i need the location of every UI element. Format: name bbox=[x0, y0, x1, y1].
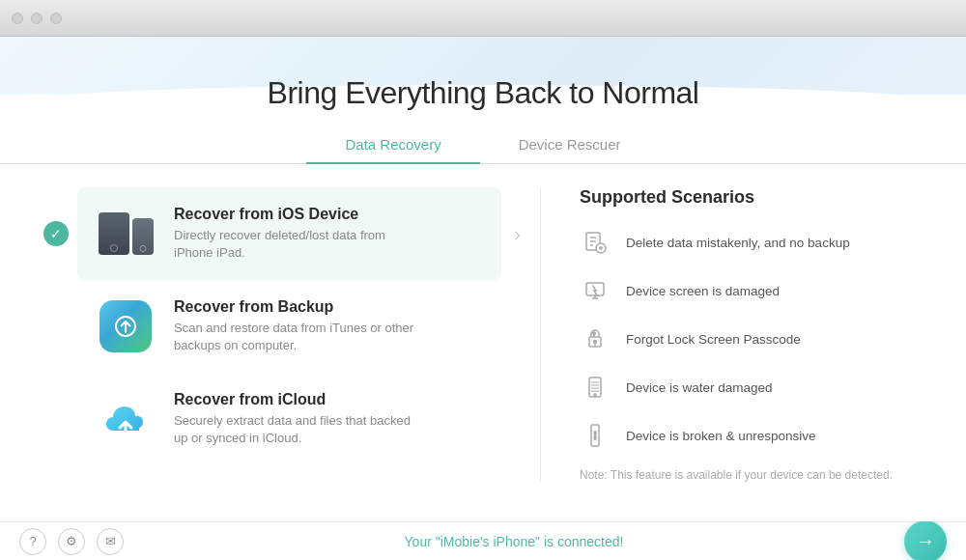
page-title: Bring Everything Back to Normal bbox=[0, 75, 966, 111]
maximize-button[interactable] bbox=[50, 13, 62, 24]
tab-data-recovery[interactable]: Data Recovery bbox=[306, 126, 479, 164]
help-button[interactable]: ? bbox=[19, 528, 46, 555]
recovery-option-icloud[interactable]: Recover from iCloud Securely extract dat… bbox=[77, 373, 501, 465]
mail-button[interactable]: ✉ bbox=[97, 528, 124, 555]
bottom-bar: ? ⚙ ✉ Your "iMobie's iPhone" is connecte… bbox=[0, 521, 966, 560]
backup-title: Recover from Backup bbox=[174, 298, 415, 316]
scenario-item-water: Device is water damaged bbox=[580, 372, 927, 403]
right-panel: Supported Scenarios Delete data mistaken… bbox=[580, 187, 927, 482]
next-button[interactable]: → bbox=[904, 520, 947, 561]
next-arrow-icon: → bbox=[916, 530, 935, 552]
water-scenario-icon bbox=[580, 372, 611, 403]
close-button[interactable] bbox=[12, 13, 23, 24]
recovery-option-ios[interactable]: ✓ Recover from iOS Device Directly recov… bbox=[77, 187, 501, 280]
ios-device-title: Recover from iOS Device bbox=[174, 206, 415, 223]
svg-point-21 bbox=[594, 394, 596, 396]
tab-device-rescuer[interactable]: Device Rescuer bbox=[480, 126, 660, 164]
backup-desc: Scan and restore data from iTunes or oth… bbox=[174, 320, 415, 354]
scenario-item-passcode: ? Forgot Lock Screen Passcode bbox=[580, 323, 927, 354]
broken-scenario-icon: ! bbox=[580, 420, 611, 451]
ios-chevron-icon: › bbox=[514, 223, 521, 245]
delete-scenario-icon bbox=[580, 227, 611, 258]
scenario-item-broken: ! Device is broken & unresponsive bbox=[580, 420, 927, 451]
minimize-button[interactable] bbox=[31, 13, 43, 24]
help-icon: ? bbox=[29, 534, 36, 548]
tab-bar: Data Recovery Device Rescuer bbox=[0, 126, 966, 164]
scenarios-title: Supported Scenarios bbox=[580, 187, 927, 208]
mail-icon: ✉ bbox=[105, 534, 116, 548]
icloud-title: Recover from iCloud bbox=[174, 391, 415, 408]
passcode-scenario-text: Forgot Lock Screen Passcode bbox=[626, 332, 801, 347]
broken-scenario-text: Device is broken & unresponsive bbox=[626, 429, 816, 443]
bottom-left-icons: ? ⚙ ✉ bbox=[19, 528, 124, 555]
ios-device-text: Recover from iOS Device Directly recover… bbox=[174, 206, 415, 262]
scenario-item-delete: Delete data mistakenly, and no backup bbox=[580, 227, 927, 258]
header: Bring Everything Back to Normal bbox=[0, 37, 966, 126]
icloud-text: Recover from iCloud Securely extract dat… bbox=[174, 391, 415, 447]
settings-icon: ⚙ bbox=[66, 534, 77, 548]
scenario-item-screen: Device screen is damaged bbox=[580, 275, 927, 306]
connected-status: Your "iMobie's iPhone" is connected! bbox=[405, 534, 624, 549]
scenarios-note: Note: This feature is available if your … bbox=[580, 468, 927, 482]
icloud-icon bbox=[97, 390, 155, 448]
water-scenario-text: Device is water damaged bbox=[626, 380, 773, 395]
svg-text:!: ! bbox=[593, 430, 597, 441]
icloud-desc: Securely extract data and files that bac… bbox=[174, 412, 415, 447]
title-bar bbox=[0, 0, 966, 37]
delete-scenario-text: Delete data mistakenly, and no backup bbox=[626, 236, 850, 250]
selected-check-icon: ✓ bbox=[43, 221, 69, 246]
content-area: ✓ Recover from iOS Device Directly recov… bbox=[0, 187, 966, 482]
backup-text: Recover from Backup Scan and restore dat… bbox=[174, 298, 415, 354]
left-panel: ✓ Recover from iOS Device Directly recov… bbox=[39, 187, 501, 482]
backup-icon bbox=[97, 297, 155, 355]
svg-text:?: ? bbox=[592, 331, 596, 337]
screen-scenario-text: Device screen is damaged bbox=[626, 284, 780, 298]
ios-device-icon bbox=[97, 205, 155, 263]
settings-button[interactable]: ⚙ bbox=[58, 528, 85, 555]
main-content: Bring Everything Back to Normal Data Rec… bbox=[0, 37, 966, 521]
ios-device-desc: Directly recover deleted/lost data from … bbox=[174, 227, 415, 262]
panel-divider bbox=[540, 187, 541, 482]
passcode-scenario-icon: ? bbox=[580, 323, 611, 354]
recovery-option-backup[interactable]: Recover from Backup Scan and restore dat… bbox=[77, 280, 501, 373]
svg-point-13 bbox=[594, 341, 597, 344]
screen-scenario-icon bbox=[580, 275, 611, 306]
